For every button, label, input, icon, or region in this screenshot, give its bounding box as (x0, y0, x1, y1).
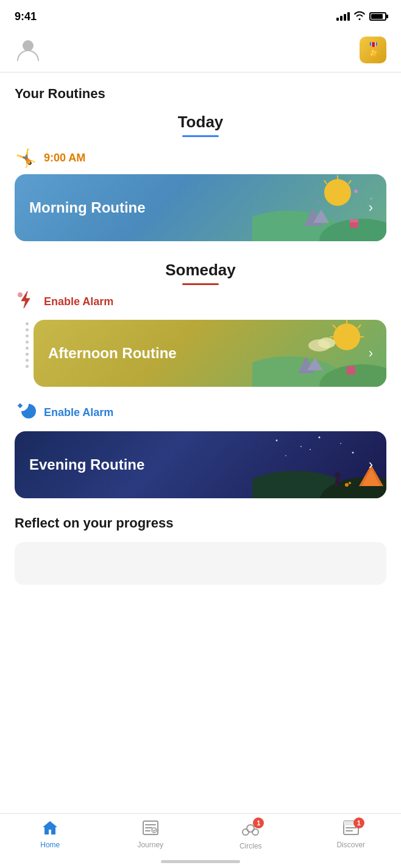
avatar[interactable] (15, 37, 41, 63)
svg-point-39 (340, 443, 341, 444)
morning-chevron: › (369, 200, 373, 216)
wifi-icon (353, 10, 366, 23)
svg-point-47 (335, 472, 341, 478)
home-tab-label: Home (40, 841, 60, 849)
svg-point-38 (319, 437, 321, 439)
status-time: 9:41 (15, 10, 37, 23)
svg-point-36 (276, 440, 278, 442)
afternoon-scene-art (252, 320, 386, 387)
svg-point-40 (352, 452, 354, 454)
signal-icon (336, 12, 350, 21)
svg-rect-29 (347, 366, 355, 375)
today-underline (182, 135, 219, 137)
morning-icon: 🤸 (15, 148, 37, 168)
someday-underline (182, 283, 219, 285)
tab-discover[interactable]: 1 Discover (301, 820, 402, 849)
afternoon-connector-row: Afternoon Routine (15, 320, 386, 387)
svg-point-37 (300, 446, 302, 447)
routines-title: Your Routines (15, 86, 386, 102)
home-icon (41, 820, 59, 838)
journey-icon (142, 820, 159, 838)
afternoon-routine-section: Enable Alarm Afternoon Routine (15, 290, 386, 387)
tab-journey[interactable]: Journey (101, 820, 201, 849)
circles-badge: 1 (253, 817, 264, 828)
svg-point-54 (243, 829, 249, 835)
morning-time-row: 🤸 9:00 AM (15, 148, 386, 168)
afternoon-routine-card[interactable]: Afternoon Routine (34, 320, 386, 387)
afternoon-chevron: › (369, 345, 373, 361)
morning-routine-card[interactable]: Morning Routine (15, 174, 386, 241)
morning-time: 9:00 AM (44, 152, 85, 164)
rewards-icon: 🎖️ (365, 42, 381, 58)
svg-point-16 (18, 292, 23, 297)
evening-routine-section: Enable Alarm Evening Routine (15, 400, 386, 498)
svg-point-19 (333, 323, 360, 350)
today-tab-header: Today (15, 113, 386, 137)
status-bar: 9:41 (0, 0, 401, 30)
main-content: Your Routines Today 🤸 9:00 AM Morning Ro… (0, 86, 401, 646)
today-label: Today (15, 113, 386, 132)
svg-point-42 (310, 449, 311, 450)
svg-rect-48 (335, 479, 340, 486)
home-indicator (161, 860, 240, 863)
reflect-title: Reflect on your progress (15, 515, 386, 531)
evening-scene-art (252, 431, 386, 498)
morning-routine-label: Morning Routine (29, 199, 146, 216)
afternoon-alarm-row: Enable Alarm (15, 290, 386, 314)
tab-circles[interactable]: 1 Circles (200, 820, 301, 850)
reflect-section: Reflect on your progress (15, 515, 386, 585)
evening-chevron: › (369, 457, 373, 473)
svg-point-55 (252, 829, 258, 835)
evening-routine-label: Evening Routine (29, 456, 144, 473)
discover-tab-label: Discover (336, 841, 365, 849)
evening-alarm-row: Enable Alarm (15, 400, 386, 425)
evening-routine-card[interactable]: Evening Routine (15, 431, 386, 498)
svg-point-4 (324, 179, 351, 206)
someday-label: Someday (15, 261, 386, 280)
evening-alarm-text[interactable]: Enable Alarm (44, 406, 113, 419)
svg-point-49 (345, 483, 349, 487)
morning-scene-art (252, 174, 386, 241)
status-icons (336, 10, 386, 23)
journey-tab-label: Journey (137, 841, 163, 849)
discover-badge: 1 (353, 817, 364, 828)
tab-home[interactable]: Home (0, 820, 101, 849)
circles-tab-label: Circles (240, 842, 262, 850)
afternoon-routine-label: Afternoon Routine (48, 345, 177, 362)
reflect-card (15, 542, 386, 585)
afternoon-alarm-text[interactable]: Enable Alarm (44, 295, 113, 308)
svg-point-0 (23, 40, 34, 51)
morning-routine-section: 🤸 9:00 AM Morning Routine (15, 148, 386, 241)
svg-point-50 (349, 482, 351, 484)
app-header: 🎖️ (0, 30, 401, 72)
svg-point-41 (285, 455, 286, 456)
svg-marker-15 (21, 291, 30, 308)
svg-line-22 (333, 325, 336, 328)
rewards-button[interactable]: 🎖️ (360, 37, 386, 63)
svg-point-26 (318, 337, 335, 348)
evening-alarm-icon (15, 400, 37, 425)
svg-point-13 (317, 200, 319, 203)
afternoon-alarm-icon (15, 290, 37, 314)
svg-line-21 (358, 325, 361, 328)
svg-point-12 (354, 189, 358, 193)
battery-icon (369, 12, 386, 21)
svg-rect-11 (350, 219, 358, 222)
someday-tab-header: Someday (15, 261, 386, 285)
